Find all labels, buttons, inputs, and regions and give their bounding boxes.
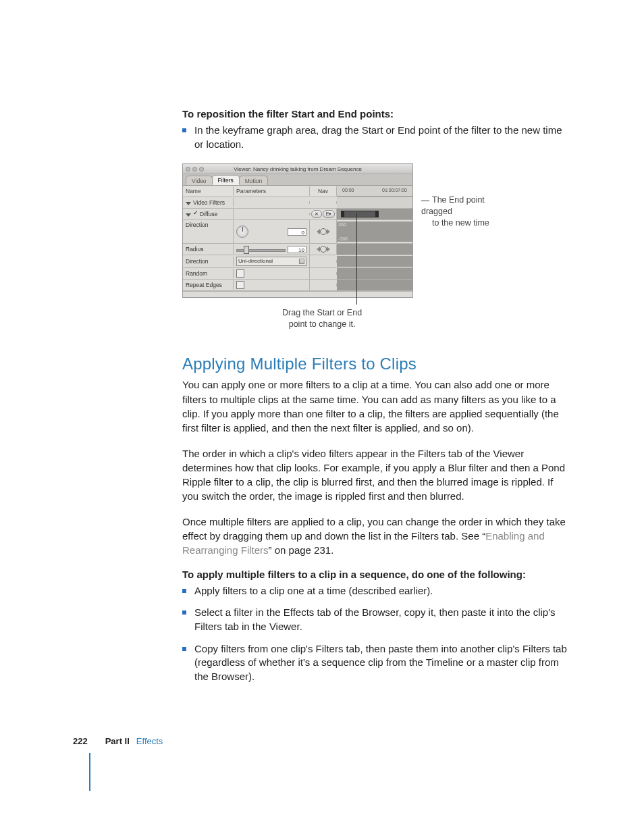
video-filters-label[interactable]: Video Filters: [183, 198, 234, 207]
tab-filters[interactable]: Filters: [212, 175, 240, 185]
row-video-filters: Video Filters: [183, 197, 412, 209]
direction-dropdown[interactable]: Uni-directional: [236, 257, 306, 266]
figure-callout-right: The End point dragged to the new time: [421, 194, 502, 229]
add-keyframe-icon[interactable]: [320, 246, 327, 253]
section-p1: You can apply one or more filters to a c…: [182, 377, 567, 435]
row-diffuse: Diffuse ✕ E▾: [183, 209, 412, 220]
ruler-start: 00:00: [342, 188, 354, 192]
direction-value[interactable]: 0: [288, 228, 306, 236]
radius-value[interactable]: 10: [288, 246, 306, 253]
radius-graph[interactable]: [337, 244, 412, 255]
task1-step: In the keyframe graph area, drag the Sta…: [182, 124, 567, 151]
section-p3: Once multiple filters are applied to a c…: [182, 515, 567, 558]
next-keyframe-icon[interactable]: [327, 229, 330, 234]
filter-start-handle[interactable]: [341, 211, 344, 217]
caption-leader-line: [356, 213, 357, 305]
section-p2: The order in which a clip's video filter…: [182, 446, 567, 504]
direction-label: Direction: [183, 220, 234, 243]
angle-dial[interactable]: [236, 226, 248, 238]
ruler-end: 01:00:07:00: [382, 188, 407, 192]
slider-thumb[interactable]: [244, 246, 249, 254]
row-direction2: Direction Uni-directional: [183, 255, 412, 268]
callout-leader-line: [421, 201, 429, 201]
tab-motion[interactable]: Motion: [239, 176, 269, 185]
row-repeat: Repeat Edges: [183, 280, 412, 291]
diffuse-label[interactable]: Diffuse: [183, 209, 234, 219]
section-heading: Applying Multiple Filters to Clips: [182, 355, 567, 373]
task2-option: Apply filters to a clip one at a time (d…: [182, 584, 567, 598]
figure-caption-below: Drag the Start or End point to change it…: [282, 307, 362, 330]
check-icon[interactable]: [193, 211, 198, 216]
task-heading-2: To apply multiple filters to a clip in a…: [182, 569, 567, 580]
col-name: Name: [183, 186, 234, 196]
direction-graph[interactable]: 360 -360: [337, 221, 412, 242]
radius-slider[interactable]: [236, 246, 286, 253]
titlebar: Viewer: Nancy drinking talking from Drea…: [183, 164, 412, 174]
scale-top: 360: [338, 222, 346, 227]
repeat-label: Repeat Edges: [183, 280, 234, 290]
task-heading-1: To reposition the filter Start and End p…: [182, 108, 567, 120]
row-radius: Radius 10: [183, 244, 412, 255]
keyframe-nav[interactable]: [317, 246, 330, 253]
add-keyframe-icon[interactable]: [320, 228, 327, 235]
page-footer: 222 Part IIEffects: [73, 736, 163, 746]
col-parameters: Parameters: [234, 186, 310, 196]
footer-section: Effects: [136, 736, 163, 746]
prev-keyframe-icon[interactable]: [317, 246, 320, 252]
filter-range-bar[interactable]: [341, 211, 379, 217]
page: To reposition the filter Start and End p…: [0, 0, 644, 834]
footer-part: Part IIEffects: [105, 736, 163, 746]
prev-keyframe-icon[interactable]: [317, 229, 320, 234]
disclosure-triangle-icon[interactable]: [186, 202, 191, 205]
repeat-checkbox[interactable]: [236, 281, 244, 289]
scale-bottom: -360: [338, 236, 348, 241]
viewer-window: Viewer: Nancy drinking talking from Drea…: [182, 163, 413, 298]
enable-button[interactable]: E▾: [323, 210, 336, 218]
radius-label: Radius: [183, 244, 234, 254]
figure: Viewer: Nancy drinking talking from Drea…: [182, 163, 567, 325]
task1-steps: In the keyframe graph area, drag the Sta…: [182, 124, 567, 151]
task2-option: Copy filters from one clip's Filters tab…: [182, 642, 567, 684]
task2-option: Select a filter in the Effects tab of th…: [182, 606, 567, 633]
row-random: Random: [183, 268, 412, 280]
footer-rule: [89, 753, 90, 791]
random-label: Random: [183, 269, 234, 278]
task2-options: Apply filters to a clip one at a time (d…: [182, 584, 567, 684]
window-title: Viewer: Nancy drinking talking from Drea…: [183, 166, 412, 172]
filter-end-handle[interactable]: [375, 211, 379, 217]
page-number: 222: [73, 736, 88, 746]
tabs: Video Filters Motion: [183, 174, 412, 186]
disclosure-triangle-icon[interactable]: [186, 213, 191, 217]
tab-video[interactable]: Video: [186, 176, 213, 185]
keyframe-nav[interactable]: [317, 228, 330, 235]
diffuse-graph[interactable]: [337, 209, 412, 219]
random-checkbox[interactable]: [236, 269, 244, 278]
row-direction: Direction 0 360 -360: [183, 220, 412, 244]
reset-button[interactable]: ✕: [311, 210, 322, 218]
timeline-ruler[interactable]: 00:00 01:00:07:00: [337, 186, 412, 197]
col-nav: Nav: [310, 186, 337, 196]
columns-header: Name Parameters Nav 00:00 01:00:07:00: [183, 186, 412, 197]
direction2-label: Direction: [183, 257, 234, 266]
next-keyframe-icon[interactable]: [327, 246, 330, 252]
